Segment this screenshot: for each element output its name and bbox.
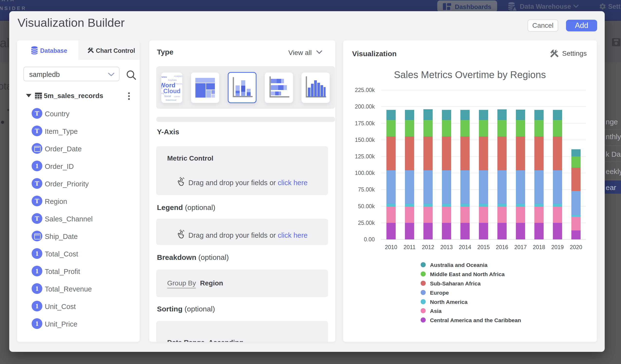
svg-text:200.00k: 200.00k [355,104,375,110]
svg-text:2010: 2010 [385,244,397,250]
svg-text:225.00k: 225.00k [355,87,375,93]
svg-text:Europe: Europe [430,290,449,296]
svg-text:0.00: 0.00 [364,236,375,243]
svg-text:North America: North America [430,299,468,305]
svg-text:Australia and Oceania: Australia and Oceania [430,262,488,268]
svg-text:Asia: Asia [430,308,442,314]
svg-text:2016: 2016 [496,244,508,250]
svg-text:2019: 2019 [551,244,564,250]
svg-text:Central America and the Caribb: Central America and the Caribbean [430,317,521,323]
svg-text:125.00k: 125.00k [355,153,375,160]
svg-text:75.00k: 75.00k [358,186,375,193]
svg-text:2015: 2015 [477,244,490,250]
svg-text:2013: 2013 [440,244,453,250]
svg-text:2017: 2017 [514,244,527,250]
svg-text:2020: 2020 [570,244,582,250]
svg-text:2014: 2014 [459,244,471,250]
svg-text:Middle East and North Africa: Middle East and North Africa [430,271,505,277]
svg-text:175.00k: 175.00k [355,120,375,126]
svg-text:Sales Metrics Overtime by Regi: Sales Metrics Overtime by Regions [394,69,546,80]
svg-text:25.00k: 25.00k [358,220,375,226]
svg-text:100.00k: 100.00k [355,170,375,176]
svg-text:2018: 2018 [533,244,545,250]
svg-text:150.00k: 150.00k [355,137,375,143]
svg-text:50.00k: 50.00k [358,203,375,209]
svg-text:Sub-Saharan Africa: Sub-Saharan Africa [430,280,481,287]
svg-text:2012: 2012 [422,244,434,250]
svg-text:2011: 2011 [403,244,415,250]
